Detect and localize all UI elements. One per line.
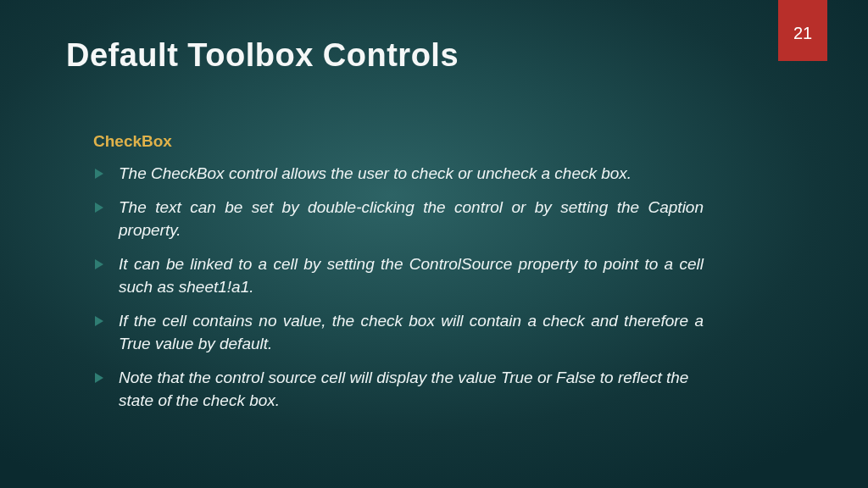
- slide-title: Default Toolbox Controls: [66, 37, 459, 74]
- bullet-list: The CheckBox control allows the user to …: [93, 163, 704, 413]
- page-number-badge: 21: [778, 0, 827, 61]
- page-number: 21: [793, 24, 812, 43]
- section-heading: CheckBox: [93, 132, 704, 151]
- content-area: CheckBox The CheckBox control allows the…: [93, 132, 704, 424]
- list-item: The text can be set by double-clicking t…: [93, 197, 704, 242]
- list-item: Note that the control source cell will d…: [93, 367, 704, 413]
- list-item: It can be linked to a cell by setting th…: [93, 253, 704, 299]
- list-item: The CheckBox control allows the user to …: [93, 163, 704, 186]
- list-item: If the cell contains no value, the check…: [93, 310, 704, 356]
